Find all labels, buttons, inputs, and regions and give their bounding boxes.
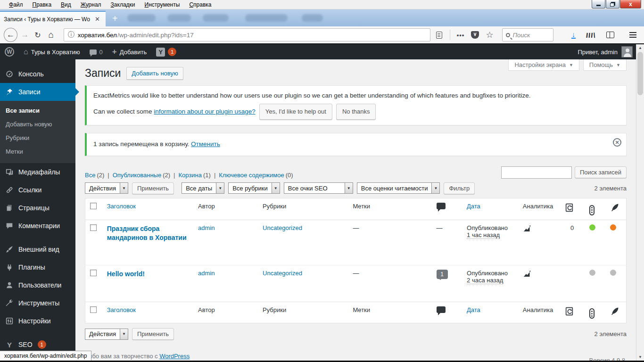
row-checkbox[interactable]: [90, 224, 97, 231]
dates-filter-select[interactable]: Все даты ▼: [182, 182, 224, 194]
downloads-icon[interactable]: ↓: [571, 31, 576, 39]
menu-edit[interactable]: Правка: [28, 0, 56, 9]
row-checkbox[interactable]: [90, 270, 97, 276]
comments-count: 0: [99, 49, 103, 56]
column-title[interactable]: Заголовок: [107, 203, 136, 210]
close-window-button[interactable]: x: [620, 0, 641, 8]
site-name-menu[interactable]: ⌂ Туры в Хорватию: [19, 44, 85, 59]
posts-search-input[interactable]: [501, 166, 572, 179]
new-content-menu[interactable]: + Добавить: [107, 44, 151, 59]
bookmark-star-icon[interactable]: ☆: [486, 30, 493, 40]
post-analytics-icon[interactable]: [518, 265, 560, 302]
wp-logo-menu[interactable]: W: [0, 44, 19, 59]
dismiss-notice-icon[interactable]: ✕: [613, 138, 621, 147]
back-button[interactable]: ←: [4, 28, 17, 42]
sidebar-item-plugins[interactable]: Плагины: [0, 258, 75, 276]
comments-column-icon[interactable]: [437, 306, 446, 313]
forward-button[interactable]: →: [18, 30, 31, 40]
tab-close-icon[interactable]: ✕: [93, 16, 102, 23]
submenu-add-new[interactable]: Добавить новую: [0, 117, 75, 131]
readability-filter-select[interactable]: Все оценки читаемости ▼: [357, 182, 440, 194]
view-cornerstone-link[interactable]: Ключевое содержимое: [219, 172, 284, 179]
menu-view[interactable]: Вид: [57, 0, 75, 9]
apply-button-bottom[interactable]: Применить: [132, 328, 174, 340]
scrollbar-thumb[interactable]: [637, 52, 643, 95]
add-new-button[interactable]: Добавить новую: [126, 67, 183, 80]
plugin-usage-link[interactable]: information about our plugin usage?: [154, 107, 255, 117]
yes-help-button[interactable]: Yes, I'd like to help out: [259, 104, 332, 120]
column-date[interactable]: Дата: [467, 203, 480, 210]
post-category-link[interactable]: Uncategorized: [263, 224, 302, 231]
sidebars-icon[interactable]: [606, 32, 614, 38]
page-scrollbar[interactable]: ▲ ▼: [636, 44, 644, 361]
sidebar-item-links[interactable]: Ссылки: [0, 181, 75, 199]
comments-menu[interactable]: 0: [85, 44, 107, 59]
filter-button[interactable]: Фильтр: [444, 182, 475, 194]
menu-tools[interactable]: Инструменты: [140, 0, 184, 9]
post-category-link[interactable]: Uncategorized: [263, 270, 302, 277]
view-published-link[interactable]: Опубликованные: [113, 172, 162, 179]
minimize-button[interactable]: [592, 0, 605, 8]
url-bar[interactable]: ⓘ хорватия.бел /wp-admin/edit.php?ids=17: [64, 28, 430, 41]
sidebar-item-media[interactable]: Медиафайлы: [0, 163, 75, 181]
menu-file[interactable]: Файл: [5, 0, 27, 9]
search-posts-button[interactable]: Поиск записей: [575, 166, 627, 178]
no-thanks-button[interactable]: No thanks: [336, 104, 376, 120]
post-author-link[interactable]: admin: [198, 224, 215, 231]
home-button[interactable]: ⌂: [44, 30, 58, 40]
comments-column-icon[interactable]: [437, 203, 446, 209]
sidebar-item-dashboard[interactable]: Консоль: [0, 65, 75, 83]
pocket-icon[interactable]: [471, 31, 479, 39]
undo-link[interactable]: Отменить: [191, 140, 220, 148]
menu-bookmarks[interactable]: Закладки: [107, 0, 140, 9]
screen-options-tab[interactable]: Настройки экрана ▼: [508, 59, 579, 71]
home-icon: ⌂: [24, 48, 28, 56]
apply-button[interactable]: Применить: [132, 182, 174, 194]
library-icon[interactable]: III\: [586, 31, 596, 39]
submenu-tags[interactable]: Метки: [0, 145, 75, 158]
column-date[interactable]: Дата: [467, 306, 480, 313]
column-title[interactable]: Заголовок: [107, 306, 136, 313]
post-author-link[interactable]: admin: [198, 270, 215, 277]
menu-history[interactable]: Журнал: [76, 0, 106, 9]
site-info-icon[interactable]: ⓘ: [68, 31, 74, 39]
submenu-categories[interactable]: Рубрики: [0, 131, 75, 145]
submenu-all-posts[interactable]: Все записи: [0, 104, 75, 117]
account-menu[interactable]: Привет, admin: [578, 46, 644, 58]
scroll-down-arrow-icon[interactable]: ▼: [636, 354, 644, 361]
browser-tab[interactable]: Записи ‹ Туры в Хорватию — Wor ✕: [0, 11, 106, 26]
browser-search-bar[interactable]: Поиск: [502, 28, 553, 41]
comments-count-bubble[interactable]: 1: [437, 270, 448, 279]
select-all-checkbox[interactable]: [90, 203, 97, 209]
sidebar-item-appearance[interactable]: Внешний вид: [0, 240, 75, 258]
post-title-link[interactable]: Hello world!: [107, 270, 145, 278]
menu-help[interactable]: Справка: [185, 0, 215, 9]
sidebar-item-pages[interactable]: Страницы: [0, 199, 75, 217]
reload-button[interactable]: ↻: [31, 31, 44, 40]
select-all-checkbox[interactable]: [90, 306, 97, 313]
restore-button[interactable]: [606, 0, 619, 8]
view-all-link[interactable]: Все: [85, 172, 95, 179]
post-title-link[interactable]: Праздник сбора мандаринов в Хорватии: [107, 225, 187, 242]
sidebar-item-posts[interactable]: Записи: [0, 83, 75, 101]
post-analytics-icon[interactable]: [518, 220, 560, 265]
scroll-up-arrow-icon[interactable]: ▲: [636, 44, 644, 51]
menu-hamburger-icon[interactable]: [629, 32, 636, 38]
post-comments-none: —: [437, 224, 443, 231]
sidebar-item-comments[interactable]: Комментарии: [0, 217, 75, 235]
sidebar-item-users[interactable]: Пользователи: [0, 276, 75, 294]
new-tab-button[interactable]: +: [108, 14, 122, 23]
view-trash-link[interactable]: Корзина: [178, 172, 202, 179]
categories-filter-select[interactable]: Все рубрики ▼: [228, 182, 280, 194]
bulk-actions-select[interactable]: Действия ▼: [85, 182, 128, 194]
sidebar-item-settings[interactable]: Настройки: [0, 312, 75, 330]
page-actions-icon[interactable]: •••: [457, 32, 465, 39]
reader-mode-icon[interactable]: [436, 32, 442, 39]
sidebar-item-tools[interactable]: Инструменты: [0, 294, 75, 312]
seo-filter-select[interactable]: Все очки SEO ▼: [284, 182, 353, 194]
help-tab[interactable]: Помощь ▼: [583, 59, 627, 71]
post-status: Опубликовано: [467, 224, 508, 231]
wordpress-link[interactable]: WordPress: [159, 353, 190, 360]
bulk-actions-select-bottom[interactable]: Действия ▼: [85, 329, 128, 340]
yoast-menu[interactable]: Y 1: [151, 44, 181, 59]
